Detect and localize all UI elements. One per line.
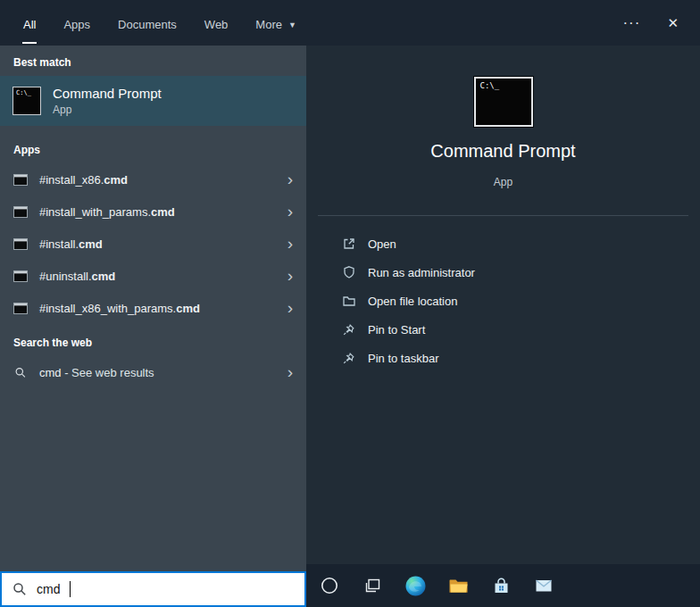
task-view-icon [362,576,382,595]
taskbar [306,564,700,607]
file-explorer-button[interactable] [437,564,479,607]
more-options-icon[interactable]: ··· [622,15,640,30]
search-filter-bar: All Apps Documents Web More ▼ ··· ✕ [0,0,700,46]
chevron-right-icon[interactable]: › [288,170,293,189]
mail-icon [533,575,554,596]
chevron-down-icon: ▼ [288,17,296,29]
best-match-item[interactable]: C:\_ Command Prompt App [0,76,306,126]
action-pin-to-taskbar[interactable]: Pin to taskbar [342,344,700,372]
filter-tabs: All Apps Documents Web More ▼ [0,0,296,46]
best-match-header: Best match [0,46,306,76]
app-result-item[interactable]: #install.cmd › [0,228,306,260]
preview-title: Command Prompt [430,141,575,162]
app-result-item[interactable]: #install_with_params.cmd › [0,195,306,228]
cmd-file-icon [13,238,28,250]
chevron-right-icon[interactable]: › [288,267,293,286]
app-result-item[interactable]: #install_x86_with_params.cmd › [0,292,306,324]
command-prompt-icon: C:\_ [12,87,41,115]
apps-header: Apps [0,126,306,163]
best-match-subtitle: App [53,104,162,116]
preview-panel: C:\_ Command Prompt App Open Run as admi… [306,46,700,564]
app-result-item[interactable]: #uninstall.cmd › [0,260,306,292]
cortana-button[interactable] [308,564,351,607]
search-input-value: cmd [37,582,60,596]
search-input[interactable]: cmd [0,571,306,607]
cmd-file-icon [13,270,28,282]
tab-more[interactable]: More ▼ [254,0,296,46]
chevron-right-icon[interactable]: › [288,299,293,318]
tab-all[interactable]: All [22,0,37,46]
action-pin-to-start[interactable]: Pin to Start [342,315,700,344]
search-web-header: Search the web [0,324,306,356]
search-icon [13,367,28,378]
cmd-file-icon [13,303,28,314]
search-results-panel: Best match C:\_ Command Prompt App Apps … [0,46,306,571]
text-caret [70,581,71,597]
store-icon [491,576,512,596]
pin-icon [342,351,356,365]
folder-icon [342,294,356,308]
pin-icon [342,322,356,337]
web-result-item[interactable]: cmd - See web results › [0,356,306,388]
chevron-right-icon[interactable]: › [288,203,293,221]
close-icon[interactable]: ✕ [667,16,679,29]
command-prompt-icon-large: C:\_ [474,77,533,127]
action-run-as-administrator[interactable]: Run as administrator [342,258,700,287]
mail-button[interactable] [522,564,565,607]
action-list: Open Run as administrator Open file loca… [306,216,700,372]
edge-icon [404,575,427,597]
chevron-right-icon[interactable]: › [288,235,293,254]
best-match-title: Command Prompt [53,86,162,101]
edge-button[interactable] [394,564,437,607]
cortana-icon [320,576,339,595]
cmd-file-icon [13,206,28,218]
tab-apps[interactable]: Apps [62,0,91,46]
tab-web[interactable]: Web [204,0,229,46]
preview-subtitle: App [494,176,512,188]
app-result-item[interactable]: #install_x86.cmd › [0,163,306,195]
chevron-right-icon[interactable]: › [288,363,293,382]
tab-documents[interactable]: Documents [117,0,178,46]
shield-icon [342,265,356,279]
task-view-button[interactable] [351,564,394,607]
search-icon [12,582,27,596]
file-explorer-icon [447,575,470,597]
action-open-file-location[interactable]: Open file location [342,287,700,315]
cmd-file-icon [13,174,28,186]
store-button[interactable] [479,564,522,607]
action-open[interactable]: Open [342,229,700,258]
open-icon [342,237,356,251]
